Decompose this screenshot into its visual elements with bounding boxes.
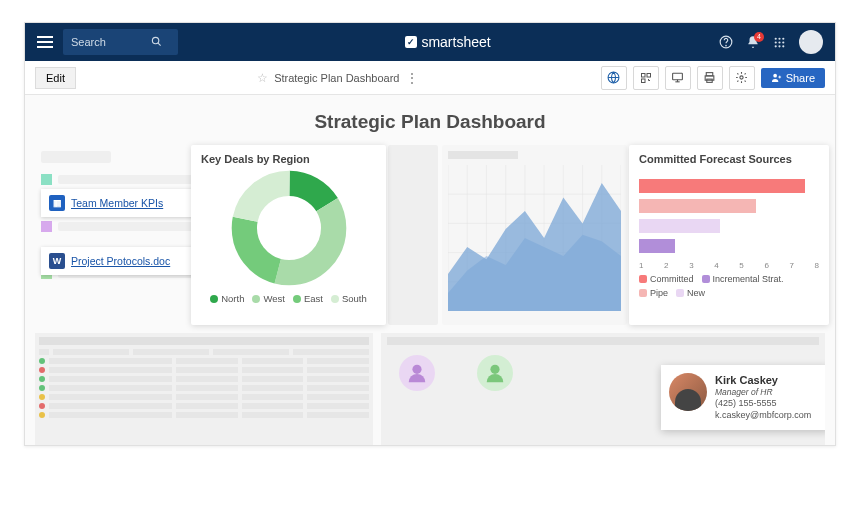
- svg-point-47: [490, 365, 499, 374]
- contact-name: Kirk Caskey: [715, 373, 811, 387]
- table-placeholder: [35, 333, 373, 445]
- link-kpis[interactable]: Team Member KPIs: [71, 197, 163, 209]
- area-chart: [448, 165, 621, 311]
- forecast-legend: Committed Incremental Strat. Pipe New: [629, 270, 829, 304]
- publish-button[interactable]: [601, 66, 627, 90]
- link-protocols[interactable]: Project Protocols.doc: [71, 255, 170, 267]
- contact-avatar-placeholder: [399, 355, 435, 391]
- svg-point-30: [263, 203, 314, 254]
- automation-button[interactable]: [633, 66, 659, 90]
- left-widget: ▦ Team Member KPIs W Project Protocols.d…: [35, 145, 199, 325]
- link-card-protocols[interactable]: W Project Protocols.doc: [41, 247, 196, 275]
- svg-point-12: [782, 45, 784, 47]
- breadcrumb-title: Strategic Plan Dashboard: [274, 72, 399, 84]
- contact-avatar-placeholder: [477, 355, 513, 391]
- contact-phone: (425) 155-5555: [715, 398, 811, 410]
- svg-point-5: [778, 37, 780, 39]
- user-avatar[interactable]: [799, 30, 823, 54]
- search-input[interactable]: [71, 36, 151, 48]
- svg-point-9: [782, 41, 784, 43]
- page-title: Strategic Plan Dashboard: [35, 111, 825, 133]
- svg-rect-17: [673, 73, 683, 80]
- svg-point-24: [773, 74, 777, 78]
- placeholder-bar: [448, 151, 518, 159]
- svg-point-11: [778, 45, 780, 47]
- present-button[interactable]: [665, 66, 691, 90]
- forecast-xaxis: 12345678: [629, 261, 829, 270]
- apps-icon[interactable]: [772, 35, 787, 50]
- donut-title: Key Deals by Region: [191, 145, 386, 169]
- contact-photo: [669, 373, 707, 411]
- svg-point-3: [725, 45, 726, 46]
- svg-point-46: [412, 365, 421, 374]
- sheet-icon: ▦: [49, 195, 65, 211]
- svg-point-0: [152, 37, 158, 43]
- edit-button[interactable]: Edit: [35, 67, 76, 89]
- contact-email: k.caskey@mbfcorp.com: [715, 410, 811, 422]
- kebab-icon[interactable]: ⋮: [405, 70, 419, 86]
- dashboard-body: Strategic Plan Dashboard ▦ Team Member K…: [25, 95, 835, 445]
- link-card-kpis[interactable]: ▦ Team Member KPIs: [41, 189, 196, 217]
- forecast-title: Committed Forecast Sources: [629, 145, 829, 169]
- word-doc-icon: W: [49, 253, 65, 269]
- help-icon[interactable]: [718, 35, 733, 50]
- svg-rect-15: [647, 73, 651, 77]
- star-icon[interactable]: ☆: [257, 71, 268, 85]
- svg-point-6: [782, 37, 784, 39]
- toolbar: Edit ☆ Strategic Plan Dashboard ⋮ Share: [25, 61, 835, 95]
- settings-button[interactable]: [729, 66, 755, 90]
- contact-role: Manager of HR: [715, 387, 811, 398]
- svg-rect-14: [641, 73, 645, 77]
- notifications-icon[interactable]: 4: [745, 35, 760, 50]
- contacts-widget: Kirk Caskey Manager of HR (425) 155-5555…: [381, 333, 825, 445]
- brand-text: smartsheet: [421, 34, 490, 50]
- forecast-card: Committed Forecast Sources 12345678 Comm…: [629, 145, 829, 325]
- menu-icon[interactable]: [37, 36, 53, 48]
- donut-card: Key Deals by Region Nort: [191, 145, 386, 325]
- contact-card[interactable]: Kirk Caskey Manager of HR (425) 155-5555…: [661, 365, 825, 430]
- placeholder-panel: [388, 145, 438, 325]
- svg-point-7: [775, 41, 777, 43]
- donut-legend: North West East South: [191, 287, 386, 312]
- search-icon[interactable]: [151, 36, 162, 49]
- donut-chart: [230, 169, 348, 287]
- notification-badge: 4: [754, 32, 764, 42]
- svg-point-8: [778, 41, 780, 43]
- svg-line-1: [158, 42, 161, 45]
- print-button[interactable]: [697, 66, 723, 90]
- share-button[interactable]: Share: [761, 68, 825, 88]
- topbar: ✓ smartsheet 4: [25, 23, 835, 61]
- brand: ✓ smartsheet: [188, 34, 708, 50]
- brand-mark-icon: ✓: [405, 36, 417, 48]
- area-chart-card: [442, 145, 627, 325]
- svg-point-10: [775, 45, 777, 47]
- svg-point-4: [775, 37, 777, 39]
- forecast-bars: [629, 169, 829, 261]
- svg-point-23: [740, 76, 743, 79]
- search-field[interactable]: [63, 29, 178, 55]
- placeholder-bar: [41, 151, 111, 163]
- svg-rect-16: [641, 79, 645, 83]
